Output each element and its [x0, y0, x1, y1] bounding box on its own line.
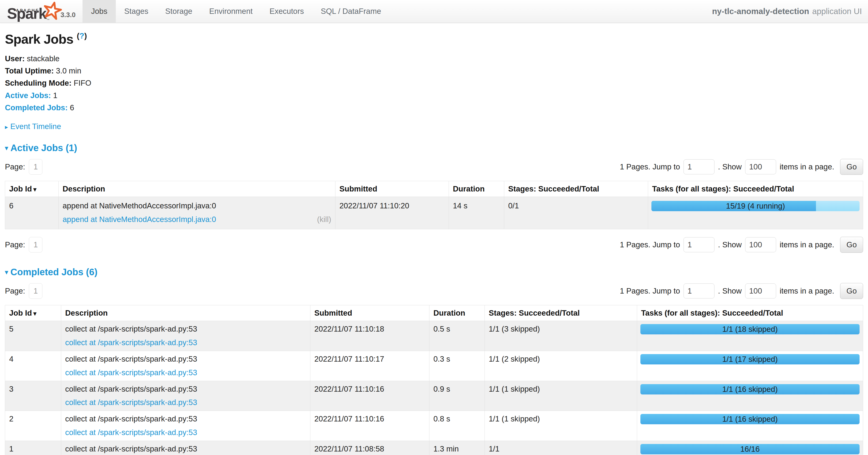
job-description-link[interactable]: collect at /spark-scripts/spark-ad.py:53	[65, 368, 197, 378]
job-summary: User: stackable Total Uptime: 3.0 min Sc…	[5, 54, 863, 113]
active-jobs-section-header[interactable]: ▾Active Jobs (1)	[5, 143, 863, 153]
column-description[interactable]: Description	[61, 305, 310, 321]
page-number-button[interactable]: 1	[29, 237, 42, 253]
items-text: items in a page.	[780, 162, 834, 171]
column-job-id[interactable]: Job Id▾	[5, 305, 61, 321]
tab-stages[interactable]: Stages	[116, 0, 157, 23]
page-label: Page:	[5, 286, 25, 295]
task-progress-label: 1/1 (17 skipped)	[641, 354, 860, 364]
job-id-cell: 2	[5, 411, 61, 441]
job-duration-cell: 0.3 s	[429, 351, 485, 381]
spark-version: 3.3.0	[60, 11, 76, 19]
completed-jobs-table: Job Id▾ Description Submitted Duration S…	[5, 305, 863, 455]
application-suffix: application UI	[812, 6, 862, 16]
items-per-page-input[interactable]	[745, 237, 776, 252]
task-progress-label: 16/16	[641, 444, 860, 454]
job-submitted-cell: 2022/11/07 11:08:58	[310, 441, 429, 455]
go-button[interactable]: Go	[840, 237, 863, 253]
job-submitted-cell: 2022/11/07 11:10:17	[310, 351, 429, 381]
spark-logo-apache-text: APACHE	[16, 8, 40, 13]
tab-environment[interactable]: Environment	[200, 0, 261, 23]
column-duration[interactable]: Duration	[449, 181, 504, 197]
application-name: ny-tlc-anomaly-detection	[712, 6, 809, 16]
active-job-row: 6 append at NativeMethodAccessorImpl.jav…	[5, 197, 863, 229]
job-tasks-cell: 1/1 (17 skipped)	[637, 351, 863, 381]
job-stages-cell: 1/1 (2 skipped)	[485, 351, 637, 381]
job-description-link[interactable]: collect at /spark-scripts/spark-ad.py:53	[65, 338, 197, 348]
job-submitted-cell: 2022/11/07 11:10:16	[310, 381, 429, 411]
completed-job-row: 2 collect at /spark-scripts/spark-ad.py:…	[5, 411, 863, 441]
completed-jobs-link[interactable]: Completed Jobs:	[5, 103, 68, 112]
column-job-id[interactable]: Job Id▾	[5, 181, 59, 197]
page-label: Page:	[5, 240, 25, 249]
job-tasks-cell: 1/1 (16 skipped)	[637, 411, 863, 441]
column-tasks[interactable]: Tasks (for all stages): Succeeded/Total	[648, 181, 863, 197]
navbar: APACHE Spark™ 3.3.0 Jobs Stages Storage …	[0, 0, 868, 23]
column-submitted[interactable]: Submitted	[335, 181, 449, 197]
column-submitted[interactable]: Submitted	[310, 305, 429, 321]
job-id-cell: 5	[5, 321, 61, 351]
column-duration[interactable]: Duration	[429, 305, 485, 321]
completed-jobs-section-header[interactable]: ▾Completed Jobs (6)	[5, 267, 863, 277]
job-submitted-cell: 2022/11/07 11:10:18	[310, 321, 429, 351]
job-id-cell: 1	[5, 441, 61, 455]
items-per-page-input[interactable]	[745, 159, 776, 174]
tab-sql-dataframe[interactable]: SQL / DataFrame	[312, 0, 389, 23]
go-button[interactable]: Go	[840, 159, 863, 175]
active-jobs-link[interactable]: Active Jobs:	[5, 91, 51, 100]
column-description[interactable]: Description	[59, 181, 335, 197]
column-stages[interactable]: Stages: Succeeded/Total	[504, 181, 648, 197]
table-header-row: Job Id▾ Description Submitted Duration S…	[5, 181, 863, 197]
pages-jump-text: 1 Pages. Jump to	[620, 162, 680, 171]
job-description-text: collect at /spark-scripts/spark-ad.py:53	[65, 414, 306, 424]
jump-to-page-input[interactable]	[684, 237, 714, 252]
job-description-cell: append at NativeMethodAccessorImpl.java:…	[59, 197, 335, 229]
job-description-text: collect at /spark-scripts/spark-ad.py:53	[65, 324, 306, 334]
items-per-page-input[interactable]	[745, 283, 776, 298]
task-progress-bar: 1/1 (17 skipped)	[641, 354, 860, 364]
completed-job-row: 1 collect at /spark-scripts/spark-ad.py:…	[5, 441, 863, 455]
jump-to-page-input[interactable]	[684, 159, 714, 174]
nav-tabs: Jobs Stages Storage Environment Executor…	[83, 0, 389, 23]
job-description-text: collect at /spark-scripts/spark-ad.py:53	[65, 384, 306, 394]
pages-jump-text: 1 Pages. Jump to	[620, 286, 680, 295]
job-description-link[interactable]: collect at /spark-scripts/spark-ad.py:53	[65, 428, 197, 438]
application-title: ny-tlc-anomaly-detection application UI	[712, 0, 868, 23]
jump-to-page-input[interactable]	[684, 283, 714, 298]
job-description-cell: collect at /spark-scripts/spark-ad.py:53…	[61, 321, 310, 351]
column-stages[interactable]: Stages: Succeeded/Total	[485, 305, 637, 321]
table-header-row: Job Id▾ Description Submitted Duration S…	[5, 305, 863, 321]
job-duration-cell: 0.9 s	[429, 381, 485, 411]
items-text: items in a page.	[780, 240, 834, 249]
page-number-button[interactable]: 1	[29, 159, 42, 175]
task-progress-bar: 1/1 (18 skipped)	[641, 324, 860, 334]
help-link[interactable]: ?	[80, 31, 84, 40]
job-description-cell: collect at /spark-scripts/spark-ad.py:53…	[61, 411, 310, 441]
job-description-link[interactable]: append at NativeMethodAccessorImpl.java:…	[63, 215, 216, 225]
job-duration-cell: 0.8 s	[429, 411, 485, 441]
tab-jobs[interactable]: Jobs	[83, 0, 116, 23]
job-id-cell: 3	[5, 381, 61, 411]
kill-job-link[interactable]: (kill)	[317, 215, 331, 225]
job-tasks-cell: 1/1 (18 skipped)	[637, 321, 863, 351]
summary-uptime: Total Uptime: 3.0 min	[5, 66, 863, 76]
page-number-button[interactable]: 1	[29, 283, 42, 299]
tab-storage[interactable]: Storage	[157, 0, 201, 23]
job-description-cell: collect at /spark-scripts/spark-ad.py:53…	[61, 351, 310, 381]
job-tasks-cell: 16/16	[637, 441, 863, 455]
show-text: . Show	[718, 286, 742, 295]
column-tasks[interactable]: Tasks (for all stages): Succeeded/Total	[637, 305, 863, 321]
event-timeline-toggle[interactable]: ▸Event Timeline	[5, 122, 863, 131]
items-text: items in a page.	[780, 286, 834, 295]
tab-executors[interactable]: Executors	[261, 0, 312, 23]
job-description-link[interactable]: collect at /spark-scripts/spark-ad.py:53	[65, 398, 197, 407]
summary-completed-jobs: Completed Jobs: 6	[5, 103, 863, 113]
collapse-right-icon: ▸	[5, 123, 8, 131]
job-stages-cell: 1/1	[485, 441, 637, 455]
summary-scheduling-mode: Scheduling Mode: FIFO	[5, 78, 863, 88]
active-pagination-top: Page: 1 1 Pages. Jump to . Show items in…	[5, 159, 863, 175]
task-progress-label: 15/19 (4 running)	[651, 201, 860, 211]
go-button[interactable]: Go	[840, 283, 863, 299]
job-description-cell: collect at /spark-scripts/spark-ad.py:53…	[61, 381, 310, 411]
task-progress-bar: 16/16	[641, 444, 860, 454]
